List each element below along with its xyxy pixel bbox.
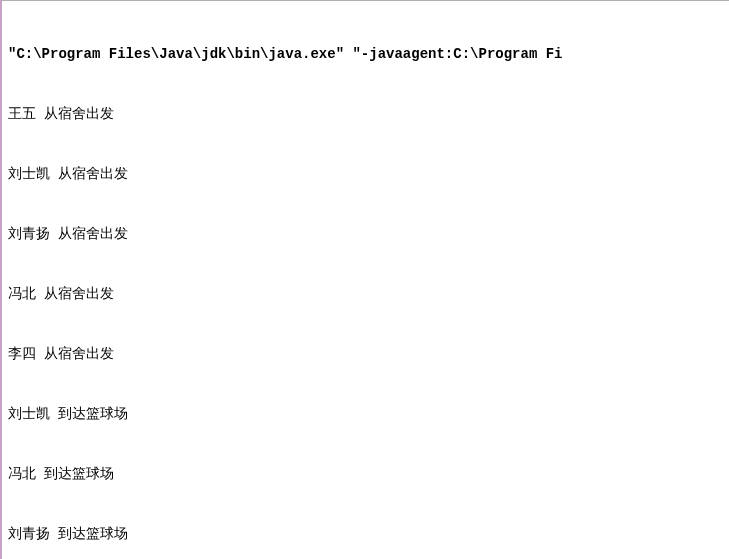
output-line: 冯北 到达篮球场 bbox=[8, 463, 723, 483]
command-line: "C:\Program Files\Java\jdk\bin\java.exe"… bbox=[8, 45, 723, 63]
output-line: 刘青扬 从宿舍出发 bbox=[8, 223, 723, 243]
console-output[interactable]: "C:\Program Files\Java\jdk\bin\java.exe"… bbox=[2, 1, 729, 559]
output-line: 冯北 从宿舍出发 bbox=[8, 283, 723, 303]
output-line: 李四 从宿舍出发 bbox=[8, 343, 723, 363]
output-line: 刘青扬 到达篮球场 bbox=[8, 523, 723, 543]
output-line: 刘士凯 到达篮球场 bbox=[8, 403, 723, 423]
output-line: 刘士凯 从宿舍出发 bbox=[8, 163, 723, 183]
output-line: 王五 从宿舍出发 bbox=[8, 103, 723, 123]
